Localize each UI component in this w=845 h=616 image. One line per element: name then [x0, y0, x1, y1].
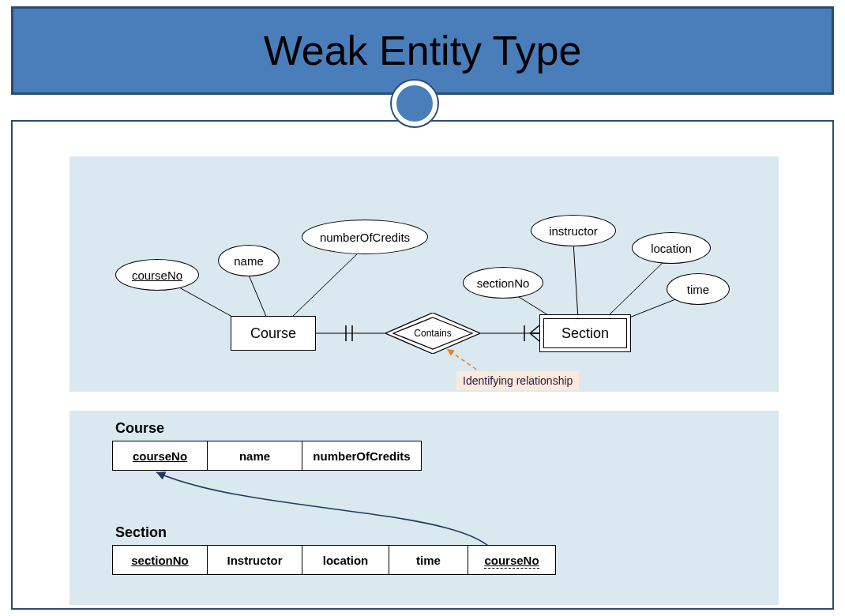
- schema-section-title: Section: [115, 524, 167, 541]
- decor-circle: [392, 81, 438, 126]
- svg-line-2: [291, 250, 362, 318]
- attr-numberofcredits: numberOfCredits: [302, 220, 428, 254]
- schema-cell: courseNo: [468, 546, 555, 574]
- schema-cell: name: [208, 441, 302, 470]
- svg-line-14: [530, 333, 539, 341]
- schema-cell: numberOfCredits: [302, 441, 421, 470]
- page-title: Weak Entity Type: [264, 27, 582, 74]
- attr-courseno: courseNo: [115, 259, 199, 291]
- schema-panel: Course courseNo name numberOfCredits Sec…: [69, 411, 779, 605]
- note-label: Identifying relationship: [463, 374, 573, 387]
- entity-section: Section: [539, 314, 631, 352]
- note-identifying-relationship: Identifying relationship: [456, 371, 579, 390]
- relationship-label: Contains: [414, 328, 451, 339]
- svg-line-12: [530, 325, 539, 333]
- fk-arrow: [69, 411, 779, 605]
- svg-line-1: [248, 273, 267, 318]
- entity-course: Course: [231, 316, 316, 351]
- attr-instructor: instructor: [531, 215, 616, 246]
- schema-cell: courseNo: [113, 441, 208, 470]
- entity-label: Section: [561, 325, 609, 342]
- relationship-contains: Contains: [385, 313, 480, 354]
- schema-cell: location: [302, 546, 389, 574]
- schema-course-row: courseNo name numberOfCredits: [112, 441, 422, 471]
- attr-sectionno: sectionNo: [463, 267, 543, 299]
- attr-name: name: [218, 245, 280, 276]
- schema-cell: time: [389, 546, 468, 574]
- svg-line-4: [573, 242, 578, 319]
- attr-label: instructor: [549, 224, 598, 238]
- attr-label: courseNo: [132, 269, 182, 282]
- entity-label: Course: [250, 325, 296, 342]
- attr-label: sectionNo: [477, 276, 530, 290]
- content-frame: courseNo name numberOfCredits sectionNo …: [11, 120, 834, 610]
- er-panel: courseNo name numberOfCredits sectionNo …: [69, 156, 779, 392]
- attr-label: numberOfCredits: [320, 231, 410, 244]
- schema-course-title: Course: [115, 420, 164, 437]
- schema-section-row: sectionNo Instructor location time cours…: [112, 545, 556, 575]
- schema-cell: sectionNo: [113, 546, 208, 574]
- svg-line-5: [605, 254, 671, 319]
- attr-label: time: [687, 283, 709, 296]
- schema-cell: Instructor: [208, 546, 302, 574]
- attr-label: location: [651, 242, 692, 255]
- attr-location: location: [632, 232, 711, 264]
- attr-label: name: [234, 254, 264, 268]
- attr-time: time: [667, 273, 730, 305]
